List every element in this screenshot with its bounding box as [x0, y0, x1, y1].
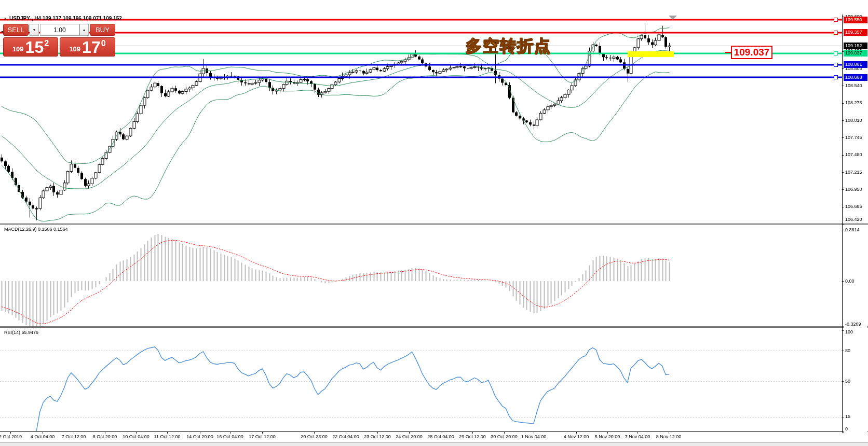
- sell-price-prefix: 109: [12, 45, 24, 53]
- symbol-arrow-icon: ▲: [3, 16, 7, 21]
- price-line-label: 109.357: [844, 29, 867, 36]
- axis-tick-label: 15: [844, 413, 867, 420]
- date-tick-label: 30 Oct 20:00: [491, 434, 518, 439]
- price-callout-label[interactable]: 109.037: [731, 46, 772, 59]
- axis-tick-label: 80: [844, 347, 867, 354]
- date-tick-label: 10 Oct 04:00: [123, 434, 150, 439]
- axis-tick-label: 0: [844, 426, 867, 433]
- axis-tick-label: 106.420: [844, 216, 867, 223]
- price-line-label: 108.668: [844, 74, 867, 81]
- date-tick-label: 14 Oct 20:00: [186, 434, 213, 439]
- date-tick-label: 8 Nov 12:00: [656, 434, 682, 439]
- axis-tick-label: 108.275: [844, 100, 867, 106]
- date-tick-label: 20 Oct 23:00: [301, 434, 328, 439]
- volume-decrease-button[interactable]: ▼: [30, 24, 39, 36]
- date-tick-label: 7 Nov 04:00: [625, 434, 650, 439]
- window-bottom-edge: [0, 442, 868, 446]
- one-click-trading-panel: ▼ SELL ▼ ▲ BUY 109 15 2 109 17 0: [3, 24, 115, 57]
- date-tick-label: 8 Oct 20:00: [93, 434, 117, 439]
- buy-button[interactable]: BUY: [90, 24, 115, 36]
- axis-tick-label: 107.215: [844, 169, 867, 176]
- axis-tick-label: 50: [844, 378, 867, 385]
- axis-tick-label: 108.010: [844, 117, 867, 124]
- axis-tick-label: 100: [844, 329, 867, 336]
- chart-canvas[interactable]: [0, 0, 868, 446]
- chart-title: USDJPY-, H4 109.137 109.196 109.071 109.…: [9, 16, 122, 21]
- date-tick-label: 4 Nov 12:00: [564, 434, 589, 439]
- chart-title-bar: ▲ USDJPY-, H4 109.137 109.196 109.071 10…: [3, 16, 122, 21]
- axis-tick-label: 106.950: [844, 186, 867, 193]
- buy-price-prefix: 109: [69, 45, 80, 53]
- date-tick-label: 11 Oct 12:00: [154, 434, 181, 439]
- axis-tick-label: 106.685: [844, 203, 867, 210]
- buy-price-display[interactable]: 109 17 0: [60, 37, 115, 57]
- axis-tick-label: -0.3209: [844, 321, 867, 328]
- buy-price-pip: 0: [101, 39, 106, 48]
- volume-increase-button[interactable]: ▲: [79, 24, 89, 36]
- panel-collapse-icon[interactable]: ▼: [1, 30, 4, 34]
- date-tick-label: 22 Oct 04:00: [332, 434, 359, 439]
- sell-price-big: 15: [25, 40, 44, 54]
- date-tick-label: 23 Oct 12:00: [364, 434, 391, 439]
- date-tick-label: 28 Oct 04:00: [427, 434, 454, 439]
- date-tick-label: 4 Oct 04:00: [31, 434, 55, 439]
- date-tick-label: 24 Oct 20:00: [396, 434, 423, 439]
- axis-tick-label: 107.480: [844, 151, 867, 158]
- date-tick-label: 5 Nov 20:00: [595, 434, 620, 439]
- date-tick-label: 17 Oct 12:00: [249, 434, 276, 439]
- date-tick-label: 16 Oct 04:00: [216, 434, 243, 439]
- current-price-label: 109.152: [844, 43, 867, 49]
- rsi-indicator-label: RSI(14) 55.9476: [4, 330, 38, 335]
- chart-annotation-text[interactable]: 多空转折点: [466, 35, 551, 57]
- volume-input[interactable]: [40, 24, 79, 36]
- axis-tick-label: 108.540: [844, 82, 867, 89]
- date-tick-label: 1 Nov 04:00: [521, 434, 547, 439]
- date-tick-label: 2 Oct 2019: [0, 434, 22, 439]
- buy-price-big: 17: [82, 40, 101, 54]
- axis-tick-label: 107.745: [844, 134, 867, 141]
- price-line-label: 108.861: [844, 61, 867, 68]
- date-tick-label: 7 Oct 12:00: [62, 434, 86, 439]
- sell-price-pip: 2: [44, 39, 49, 48]
- macd-indicator-label: MACD(12,26,9) 0.1506 0.1564: [4, 227, 68, 232]
- price-line-label: 109.037: [844, 50, 867, 57]
- sell-button[interactable]: SELL: [3, 24, 29, 36]
- price-line-label: 109.550: [844, 17, 867, 23]
- axis-tick-label: 0.3614: [844, 227, 867, 233]
- mt4-window: 新订单 自动交易 ▼ ▼ ▼ E F A: [0, 0, 868, 446]
- date-tick-label: 29 Oct 12:00: [459, 434, 486, 439]
- sell-price-display[interactable]: 109 15 2: [3, 37, 58, 57]
- axis-tick-label: 0.00: [844, 278, 867, 285]
